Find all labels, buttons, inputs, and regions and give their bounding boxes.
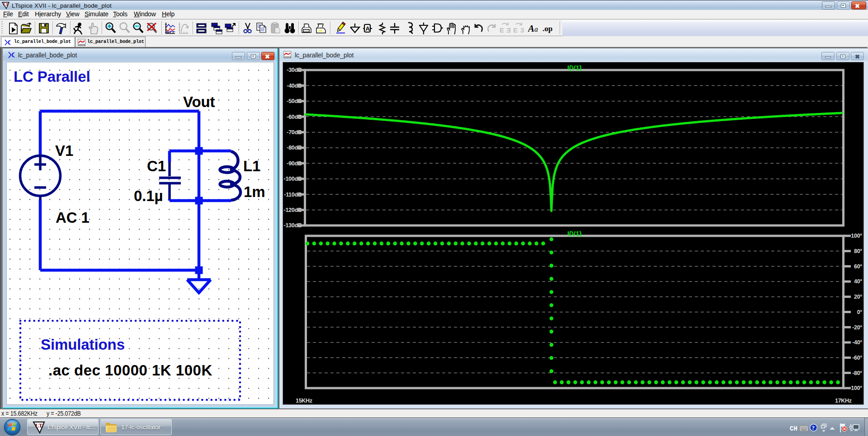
- svg-text:-80°: -80°: [852, 370, 862, 376]
- svg-text:E: E: [513, 26, 518, 34]
- svg-text:-40°: -40°: [852, 339, 862, 346]
- svg-text:.op: .op: [542, 24, 552, 33]
- svg-text:15KHz: 15KHz: [296, 398, 312, 404]
- svg-text:-100°: -100°: [849, 385, 862, 391]
- svg-text:?: ?: [812, 424, 815, 431]
- svg-text:20°: 20°: [854, 294, 862, 300]
- svg-text:100°: 100°: [851, 233, 862, 239]
- svg-text:LT: LT: [35, 422, 42, 429]
- svg-text:a: a: [534, 25, 538, 33]
- svg-text:60°: 60°: [854, 263, 862, 270]
- svg-text:17KHz: 17KHz: [835, 398, 852, 404]
- svg-text:I(V1): I(V1): [567, 64, 582, 71]
- svg-text:-20°: -20°: [852, 324, 862, 331]
- svg-text:3: 3: [520, 26, 524, 34]
- svg-text:80°: 80°: [854, 248, 862, 254]
- svg-text:E: E: [500, 26, 504, 34]
- svg-text:-60°: -60°: [852, 355, 862, 361]
- svg-text:0°: 0°: [857, 309, 863, 315]
- svg-text:E: E: [506, 26, 511, 34]
- svg-text:A: A: [528, 23, 534, 34]
- svg-text:40°: 40°: [854, 278, 862, 285]
- svg-text:I(V1): I(V1): [567, 230, 582, 237]
- svg-text:LT: LT: [4, 2, 9, 7]
- svg-text:A: A: [366, 25, 370, 32]
